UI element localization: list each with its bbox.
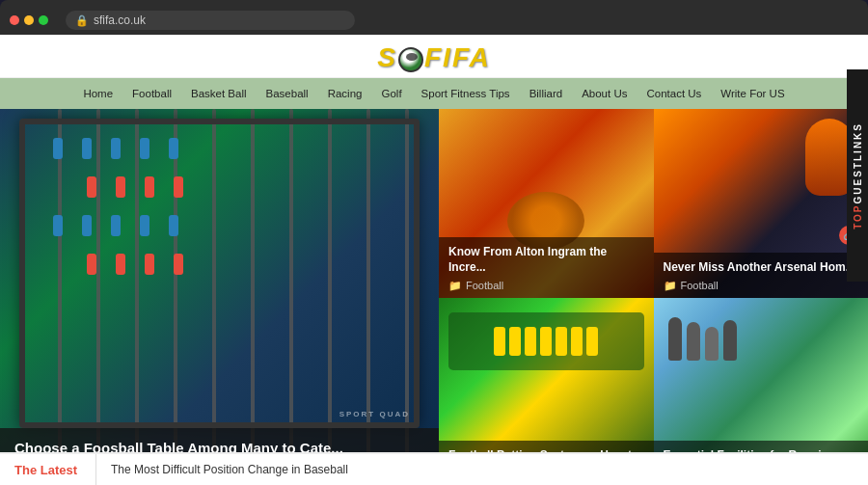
minimize-button[interactable] [24,15,34,25]
grid-title-1: Know From Alton Ingram the Incre... [448,245,644,275]
address-bar[interactable]: 🔒 sfifa.co.uk [66,11,355,30]
site-nav: Home Football Basket Ball Baseball Racin… [0,78,868,109]
close-button[interactable] [10,15,19,25]
nav-list: Home Football Basket Ball Baseball Racin… [73,78,794,109]
nav-item-home[interactable]: Home [73,78,122,109]
browser-chrome: 🔒 sfifa.co.uk [0,0,868,35]
lock-icon: 🔒 [75,14,89,27]
nav-item-golf[interactable]: Golf [371,78,411,109]
cat-icon-1: 📁 [448,280,462,292]
site-logo: SFIFA [377,42,490,73]
grid-article-1[interactable]: Know From Alton Ingram the Incre... 📁 Fo… [439,109,654,298]
cat-icon-2: 📁 [664,280,677,292]
nav-item-contact[interactable]: Contact Us [637,78,711,109]
url-text: sfifa.co.uk [94,13,146,27]
nav-item-baseball[interactable]: Baseball [257,78,318,109]
nav-item-billiard[interactable]: Billiard [520,78,573,109]
grid-cat-1: 📁 Football [448,280,644,292]
window-controls [10,15,48,25]
grid-overlay-2: Never Miss Another Arsenal Hom... 📁 Foot… [654,253,869,298]
nav-item-write[interactable]: Write For US [711,78,794,109]
nav-item-racing[interactable]: Racing [318,78,372,109]
side-banner: TOPGUESTLINKS [847,69,868,282]
content-grid: SPORT QUAD Choose a Foosball Table Among… [0,109,868,485]
grid-cat-2: 📁 Football [664,280,859,292]
bottom-bar: The Latest The Most Difficult Position C… [0,452,868,485]
nav-item-about[interactable]: About Us [572,78,637,109]
side-banner-highlight: TOP [853,203,863,229]
site-header: SFIFA [0,35,868,78]
latest-label: The Latest [0,454,96,485]
side-banner-text: TOPGUESTLINKS [853,122,863,229]
logo-fifa: FIFA [424,42,491,72]
bottom-headline: The Most Difficult Position Change in Ba… [96,463,363,476]
grid-overlay-1: Know From Alton Ingram the Incre... 📁 Fo… [439,237,654,297]
nav-item-basketball[interactable]: Basket Ball [181,78,257,109]
nav-item-football[interactable]: Football [122,78,181,109]
logo-ball [398,47,423,72]
featured-article[interactable]: SPORT QUAD Choose a Foosball Table Among… [0,109,439,485]
cat-label-2: Football [681,280,719,291]
articles-grid: Know From Alton Ingram the Incre... 📁 Fo… [439,109,868,485]
grid-title-2: Never Miss Another Arsenal Hom... [664,260,859,276]
logo-s: S [377,42,397,72]
nav-item-fitness[interactable]: Sport Fitness Tips [412,78,520,109]
maximize-button[interactable] [39,15,48,25]
cat-label-1: Football [466,280,503,291]
grid-article-2[interactable]: 🔗 Never Miss Another Arsenal Hom... 📁 Fo… [654,109,869,298]
website: SFIFA Home Football Basket Ball Baseball… [0,35,868,485]
